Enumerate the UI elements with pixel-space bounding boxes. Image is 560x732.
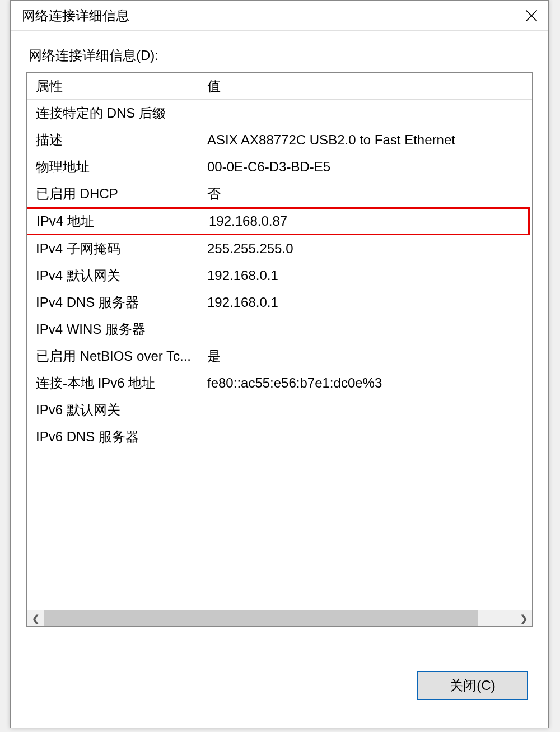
- scroll-track[interactable]: [44, 610, 515, 626]
- row-property: 连接-本地 IPv6 地址: [27, 370, 199, 397]
- table-row[interactable]: 连接-本地 IPv6 地址fe80::ac55:e56:b7e1:dc0e%3: [27, 370, 532, 397]
- list-header: 属性 值: [27, 73, 532, 100]
- row-value: 255.255.255.0: [199, 235, 532, 262]
- dialog-content: 网络连接详细信息(D): 属性 值 连接特定的 DNS 后缀描述ASIX AX8…: [11, 31, 548, 627]
- table-row[interactable]: 已启用 DHCP否: [27, 180, 532, 207]
- row-property: IPv4 地址: [27, 209, 201, 234]
- row-property: IPv4 DNS 服务器: [27, 289, 199, 316]
- row-property: 描述: [27, 127, 199, 153]
- row-value: 00-0E-C6-D3-BD-E5: [199, 153, 532, 180]
- row-value: 192.168.0.1: [199, 262, 532, 289]
- row-value: 192.168.0.87: [201, 209, 528, 234]
- row-value: ASIX AX88772C USB2.0 to Fast Ethernet: [199, 127, 532, 153]
- horizontal-scrollbar[interactable]: ❮ ❯: [27, 610, 532, 626]
- row-property: 已启用 NetBIOS over Tc...: [27, 343, 199, 370]
- row-value: [199, 423, 532, 450]
- table-row[interactable]: 物理地址00-0E-C6-D3-BD-E5: [27, 153, 532, 180]
- row-value: 否: [199, 180, 532, 207]
- scroll-right-arrow[interactable]: ❯: [515, 610, 532, 626]
- table-row[interactable]: IPv6 DNS 服务器: [27, 423, 532, 450]
- table-row[interactable]: 描述ASIX AX88772C USB2.0 to Fast Ethernet: [27, 127, 532, 153]
- table-row[interactable]: IPv4 地址192.168.0.87: [26, 207, 530, 235]
- dialog-title: 网络连接详细信息: [22, 7, 129, 25]
- row-property: 物理地址: [27, 153, 199, 180]
- network-details-dialog: 网络连接详细信息 网络连接详细信息(D): 属性 值 连接特定的 DNS 后缀描…: [10, 0, 549, 728]
- dialog-footer: 关闭(C): [11, 655, 548, 700]
- row-property: IPv4 默认网关: [27, 262, 199, 289]
- table-row[interactable]: IPv6 默认网关: [27, 397, 532, 423]
- row-value: [199, 316, 532, 343]
- row-value: 是: [199, 343, 532, 370]
- row-property: 已启用 DHCP: [27, 180, 199, 207]
- close-icon: [525, 10, 538, 22]
- row-value: fe80::ac55:e56:b7e1:dc0e%3: [199, 370, 532, 397]
- row-property: IPv6 DNS 服务器: [27, 423, 199, 450]
- header-value[interactable]: 值: [199, 73, 532, 99]
- scroll-left-arrow[interactable]: ❮: [27, 610, 44, 626]
- titlebar-close-button[interactable]: [515, 1, 548, 31]
- titlebar: 网络连接详细信息: [11, 1, 548, 31]
- row-value: [199, 100, 532, 127]
- table-row[interactable]: IPv4 WINS 服务器: [27, 316, 532, 343]
- header-property[interactable]: 属性: [27, 73, 199, 99]
- row-value: 192.168.0.1: [199, 289, 532, 316]
- close-button[interactable]: 关闭(C): [417, 671, 528, 700]
- table-row[interactable]: IPv4 DNS 服务器192.168.0.1: [27, 289, 532, 316]
- row-property: IPv4 WINS 服务器: [27, 316, 199, 343]
- row-value: [199, 397, 532, 423]
- row-property: 连接特定的 DNS 后缀: [27, 100, 199, 127]
- details-list: 属性 值 连接特定的 DNS 后缀描述ASIX AX88772C USB2.0 …: [26, 72, 533, 627]
- row-property: IPv4 子网掩码: [27, 235, 199, 262]
- table-row[interactable]: 连接特定的 DNS 后缀: [27, 100, 532, 127]
- table-row[interactable]: 已启用 NetBIOS over Tc...是: [27, 343, 532, 370]
- table-row[interactable]: IPv4 默认网关192.168.0.1: [27, 262, 532, 289]
- list-label: 网络连接详细信息(D):: [26, 46, 533, 64]
- scroll-thumb[interactable]: [44, 610, 478, 626]
- table-row[interactable]: IPv4 子网掩码255.255.255.0: [27, 235, 532, 262]
- row-property: IPv6 默认网关: [27, 397, 199, 423]
